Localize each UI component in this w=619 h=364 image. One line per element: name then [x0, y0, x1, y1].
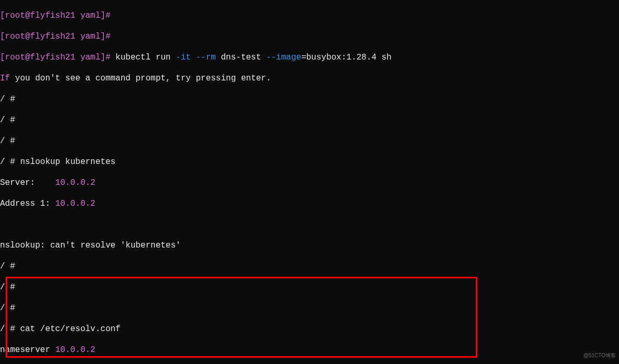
shell-prompt-inner: / # [0, 115, 15, 125]
keyword-if: If [0, 74, 10, 83]
ip-address: 10.0.0.2 [55, 345, 96, 355]
shell-prompt-inner: / # [0, 262, 15, 271]
cmd-flag: --rm [196, 53, 215, 62]
shell-prompt: [root@flyfish21 yaml]# [0, 11, 110, 20]
cmd-text: =busybox:1.28.4 sh [301, 53, 392, 62]
shell-prompt-inner: / # [0, 283, 15, 292]
shell-prompt-inner: / # [0, 303, 15, 313]
terminal-output[interactable]: [root@flyfish21 yaml]# [root@flyfish21 y… [0, 0, 619, 364]
watermark-text: @51CTO博客 [583, 350, 616, 361]
output-text: you don't see a command prompt, try pres… [10, 74, 271, 83]
label-nameserver: nameserver [0, 345, 55, 355]
error-text: nslookup: can't resolve 'kubernetes' [0, 241, 181, 250]
shell-prompt-inner: / # [0, 95, 15, 104]
ip-address: 10.0.0.2 [55, 178, 96, 187]
cmd-text: kubectl run [116, 53, 176, 62]
shell-prompt-inner: / # [0, 136, 15, 146]
label-server: Server: [0, 178, 55, 187]
shell-prompt: [root@flyfish21 yaml]# [0, 53, 116, 62]
label-address: Address 1: [0, 199, 55, 208]
cmd-text: dns-test [216, 53, 266, 62]
cmd-cat: / # cat /etc/resolv.conf [0, 324, 120, 334]
cmd-flag: -it [176, 53, 191, 62]
cmd-nslookup: / # nslookup kubernetes [0, 157, 116, 167]
cmd-flag: --image [266, 53, 301, 62]
shell-prompt: [root@flyfish21 yaml]# [0, 32, 110, 41]
ip-address: 10.0.0.2 [55, 199, 96, 208]
